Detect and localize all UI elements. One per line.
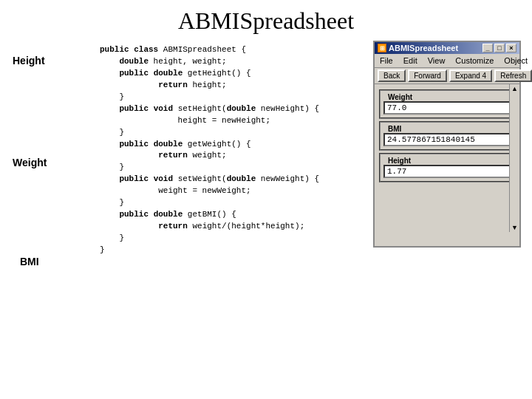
window-title: ABMISpreadsheet <box>389 44 458 52</box>
bmi-label: BMI <box>20 256 39 267</box>
minimize-button[interactable]: _ <box>482 44 493 52</box>
maximize-button[interactable]: □ <box>494 44 505 52</box>
window-toolbar: Back Forward Expand 4 Refresh <box>375 68 519 84</box>
height-field-section: Height <box>379 153 515 183</box>
menu-view[interactable]: View <box>426 55 448 66</box>
expand-button[interactable]: Expand 4 <box>449 69 492 82</box>
height-field-label: Height <box>386 157 412 165</box>
window-content: Weight BMI Height ▲ ▼ <box>375 84 519 232</box>
spreadsheet-window: ⊞ ABMISpreadsheet _ □ × File Edit View C… <box>373 41 521 248</box>
height-input[interactable] <box>383 165 511 178</box>
menu-object[interactable]: Object <box>502 55 530 66</box>
bmi-field-label: BMI <box>386 125 403 133</box>
page-title: ABMISpreadsheet <box>0 0 532 41</box>
weight-label: Weight <box>13 157 47 168</box>
back-button[interactable]: Back <box>378 69 406 82</box>
weight-field-label: Weight <box>386 93 414 101</box>
window-menubar: File Edit View Customize Object <box>375 54 519 68</box>
weight-field-section: Weight <box>379 89 515 119</box>
window-titlebar: ⊞ ABMISpreadsheet _ □ × <box>375 42 519 54</box>
weight-input[interactable] <box>383 101 511 115</box>
forward-button[interactable]: Forward <box>408 69 447 82</box>
bmi-input[interactable] <box>383 133 511 146</box>
height-label: Height <box>13 55 45 66</box>
scrollbar[interactable]: ▲ ▼ <box>509 84 519 232</box>
window-icon: ⊞ <box>378 44 386 52</box>
close-button[interactable]: × <box>506 44 516 52</box>
menu-file[interactable]: File <box>378 55 395 66</box>
bmi-field-section: BMI <box>379 121 515 151</box>
menu-customize[interactable]: Customize <box>453 55 496 66</box>
refresh-button[interactable]: Refresh <box>494 69 532 82</box>
menu-edit[interactable]: Edit <box>401 55 420 66</box>
